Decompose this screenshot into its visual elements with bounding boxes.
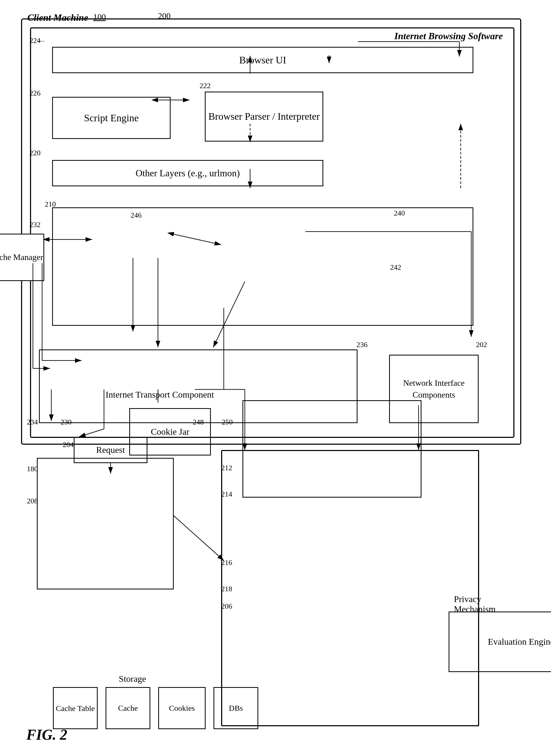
ref-220: 220 [29, 149, 41, 157]
browser-parser-label: Browser Parser / Interpreter [208, 110, 320, 123]
ref-248: 248 [193, 418, 204, 426]
ref-232: 232 [29, 221, 41, 229]
cache-table-box: Cache Table [53, 687, 98, 729]
arrow-224: — [38, 37, 44, 44]
ref-202: 202 [476, 341, 487, 349]
cookies-label: Cookies [169, 704, 195, 713]
ref-240: 240 [394, 209, 405, 217]
ref-226: 226 [29, 89, 41, 97]
storage-label: Storage [119, 674, 146, 684]
storage-box: Storage Cache Table Cache Cookies DBs [39, 349, 358, 423]
client-machine-label: Client Machine [27, 12, 88, 23]
other-layers-box: Other Layers (e.g., urlmon) [52, 160, 323, 186]
cache-box: Cache [106, 687, 150, 729]
ref-234: 234 [27, 418, 38, 426]
itc-box: Internet Transport Component Cookie Jar … [52, 207, 473, 326]
script-engine-box: Script Engine [52, 97, 170, 139]
ref-236: 236 [357, 341, 368, 349]
cache-table-label: Cache Table [56, 703, 95, 713]
other-layers-label: Other Layers (e.g., urlmon) [135, 168, 240, 179]
cache-label: Cache [118, 704, 138, 713]
client-machine-box: Client Machine 100 Internet Browsing Sof… [21, 18, 521, 445]
script-engine-label: Script Engine [84, 112, 139, 124]
ref-100: 100 [93, 12, 106, 22]
svg-line-27 [174, 516, 224, 560]
nic-label: Network Interface Components [390, 377, 478, 401]
browser-ui-label: Browser UI [239, 54, 286, 66]
ref-250: 250 [222, 418, 233, 426]
ref-180: 180 [27, 465, 38, 473]
ref-242: 242 [390, 263, 401, 272]
figure-label: FIG. 2 [26, 726, 67, 743]
cookies-box: Cookies [158, 687, 205, 729]
ref-208: 208 [27, 497, 38, 505]
ref-210: 210 [45, 200, 56, 208]
ibs-box: Internet Browsing Software Browser UI Sc… [30, 27, 514, 438]
ref-204: 204 [63, 440, 74, 449]
ref-200: 200 [158, 11, 170, 21]
eval-engine-label: Evaluation Engine [488, 636, 551, 648]
nic-box: Network Interface Components [389, 355, 479, 423]
ref-222: 222 [199, 82, 210, 90]
ref-246: 246 [130, 211, 142, 219]
ref-230: 230 [61, 418, 72, 426]
cookie-jar-label: Cookie Jar [151, 427, 189, 437]
server-response-box: Headers P3P Header T1 T4 T14 Content Coo… [221, 450, 479, 726]
cache-manager-label: Cache Manager [0, 252, 43, 263]
browser-parser-box: Browser Parser / Interpreter [205, 92, 323, 142]
server-box: Server Downloadable Content and Cookie(s… [37, 458, 174, 589]
browser-ui-box: Browser UI [52, 47, 473, 73]
request-label: Request [96, 445, 125, 455]
cache-manager-box: Cache Manager [0, 234, 44, 281]
ibs-label: Internet Browsing Software [394, 31, 503, 42]
